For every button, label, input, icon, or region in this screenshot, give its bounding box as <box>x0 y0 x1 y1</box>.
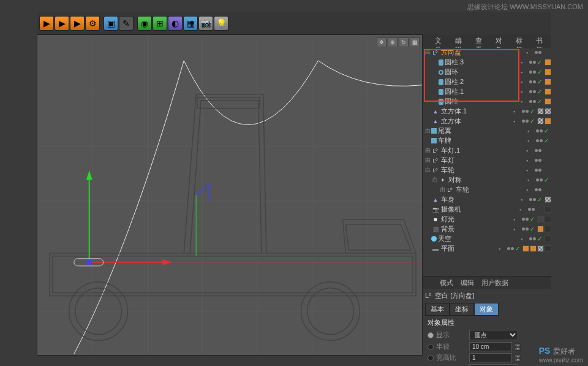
visibility-dots[interactable] <box>522 120 529 123</box>
deformer-btn[interactable]: ◐ <box>168 16 183 31</box>
enable-tick[interactable]: ✓ <box>537 98 542 105</box>
object-row-11[interactable]: 由 车灯 ▪ <box>423 156 551 166</box>
layer-icon[interactable]: ▪ <box>499 246 507 252</box>
tag-icon[interactable] <box>537 118 544 124</box>
array-btn[interactable]: ⊞ <box>153 16 167 31</box>
layer-icon[interactable]: ▪ <box>513 226 522 232</box>
tag-icon[interactable] <box>537 245 544 252</box>
object-row-14[interactable]: 由 车轮 ▪ <box>423 185 551 195</box>
tab-bookmarks[interactable]: 书签 <box>531 34 551 48</box>
visibility-dots[interactable] <box>522 110 529 113</box>
aspect-input[interactable] <box>469 353 512 362</box>
layer-icon[interactable]: ▪ <box>526 167 535 173</box>
tag-icon[interactable] <box>545 88 551 95</box>
layer-icon[interactable]: ▪ <box>527 138 536 144</box>
enable-tick[interactable]: ✓ <box>537 59 542 66</box>
render-btn-2[interactable]: ▶ <box>55 16 69 31</box>
enable-tick[interactable]: ✓ <box>515 245 520 252</box>
tag-icon[interactable] <box>545 235 551 242</box>
expand-toggle[interactable]: 白 <box>425 166 431 174</box>
expand-toggle[interactable]: 白 <box>432 176 439 184</box>
enable-tick[interactable]: ✓ <box>530 108 535 115</box>
tab-view[interactable]: 查看 <box>470 34 491 48</box>
object-row-9[interactable]: 车牌 ▪ ✓ <box>423 136 551 146</box>
visibility-dots[interactable] <box>535 149 541 152</box>
visibility-dots[interactable] <box>529 198 536 201</box>
layer-icon[interactable]: ▪ <box>526 50 535 56</box>
visibility-dots[interactable] <box>522 218 529 221</box>
aspect-spinner[interactable]: ▴▾ <box>514 354 521 362</box>
visibility-dots[interactable] <box>528 208 535 211</box>
vp-zoom-icon[interactable]: ⊕ <box>388 37 398 47</box>
tab-object[interactable]: 对象 <box>491 34 511 48</box>
layer-icon[interactable]: ▪ <box>527 177 536 183</box>
object-row-4[interactable]: 圆柱.1 ▪ ✓ <box>423 87 551 97</box>
expand-toggle[interactable]: 白 <box>425 48 431 56</box>
object-row-13[interactable]: 白 对称 ▪ ✓ <box>423 175 551 185</box>
nurbs-btn[interactable]: ◉ <box>137 16 152 31</box>
layer-icon[interactable]: ▪ <box>521 89 529 95</box>
enable-tick[interactable]: ✓ <box>537 196 542 203</box>
expand-toggle[interactable]: 由 <box>425 156 431 164</box>
layer-icon[interactable]: ▪ <box>527 128 536 134</box>
tag-icon[interactable] <box>545 59 551 66</box>
tag-icon[interactable] <box>545 245 551 252</box>
tag-icon[interactable] <box>545 78 551 85</box>
light-btn[interactable]: 💡 <box>214 16 228 31</box>
layer-icon[interactable]: ▪ <box>521 99 529 105</box>
object-row-16[interactable]: 摄像机 ▪ <box>423 205 551 215</box>
attr-tab-userdata[interactable]: 用户数据 <box>481 278 508 288</box>
enable-tick[interactable]: ✓ <box>537 235 542 242</box>
object-row-18[interactable]: 背景 ▪ ✓ <box>423 224 551 234</box>
expand-toggle[interactable]: 由 <box>425 147 431 154</box>
object-row-7[interactable]: 立方体 ▪ ✓ <box>423 116 551 126</box>
subtab-coord[interactable]: 坐标 <box>450 303 474 316</box>
tag-icon[interactable] <box>545 206 551 213</box>
layer-icon[interactable]: ▪ <box>521 197 529 203</box>
tag-icon[interactable] <box>545 216 551 223</box>
object-row-2[interactable]: 圆环 ▪ ✓ <box>423 67 551 77</box>
tag-icon[interactable] <box>545 118 551 124</box>
vp-layout-icon[interactable]: ▦ <box>410 37 420 47</box>
tag-icon[interactable] <box>522 245 529 252</box>
tag-icon[interactable] <box>530 245 537 252</box>
layer-icon[interactable]: ▪ <box>513 216 522 223</box>
tab-file[interactable]: 文件 <box>430 34 450 48</box>
tag-icon[interactable] <box>545 196 551 203</box>
subtab-basic[interactable]: 基本 <box>425 303 450 316</box>
visibility-dots[interactable] <box>536 139 543 142</box>
object-row-17[interactable]: 灯光 ▪ ✓ <box>423 215 551 224</box>
object-row-12[interactable]: 白 车轮 ▪ <box>423 166 551 175</box>
enable-tick[interactable]: ✓ <box>530 118 535 124</box>
tag-icon[interactable] <box>537 108 544 115</box>
tag-icon[interactable] <box>537 216 544 223</box>
visibility-dots[interactable] <box>535 169 541 172</box>
visibility-dots[interactable] <box>536 129 543 132</box>
expand-toggle[interactable]: 由 <box>425 127 431 135</box>
layer-icon[interactable]: ▪ <box>526 187 535 193</box>
visibility-dots[interactable] <box>535 159 541 162</box>
tag-icon[interactable] <box>545 226 551 232</box>
enable-tick[interactable]: ✓ <box>530 226 535 232</box>
layer-icon[interactable]: ▪ <box>521 69 529 75</box>
vp-rotate-icon[interactable]: ↻ <box>399 37 409 47</box>
visibility-dots[interactable] <box>529 237 536 240</box>
radius-radio[interactable] <box>428 344 434 350</box>
expand-toggle[interactable]: 由 <box>440 186 446 194</box>
viewport[interactable]: ✥ ⊕ ↻ ▦ <box>37 34 423 356</box>
visibility-dots[interactable] <box>535 51 541 54</box>
tab-tags[interactable]: 标签 <box>511 34 531 48</box>
visibility-dots[interactable] <box>529 61 536 64</box>
visibility-dots[interactable] <box>507 247 514 250</box>
pen-tool-btn[interactable]: ✎ <box>119 16 134 31</box>
layer-icon[interactable]: ▪ <box>526 148 535 154</box>
environment-btn[interactable]: ▦ <box>183 16 198 31</box>
vp-move-icon[interactable]: ✥ <box>377 37 386 47</box>
enable-tick[interactable]: ✓ <box>544 177 549 183</box>
object-row-15[interactable]: 车身 ▪ ✓ <box>423 195 551 205</box>
visibility-dots[interactable] <box>535 188 541 191</box>
object-row-3[interactable]: 圆柱.2 ▪ ✓ <box>423 77 551 87</box>
render-btn-3[interactable]: ▶ <box>70 16 85 31</box>
enable-tick[interactable]: ✓ <box>530 216 535 223</box>
attr-tab-edit[interactable]: 编辑 <box>461 278 474 288</box>
